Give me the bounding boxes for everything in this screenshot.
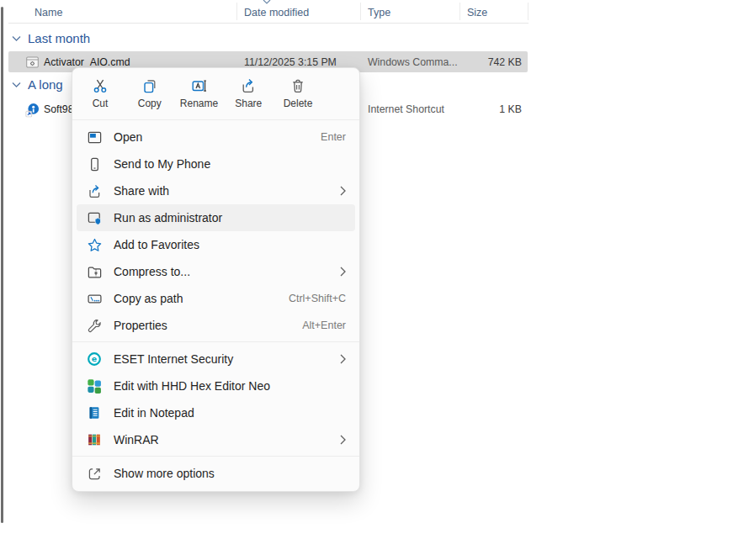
column-separator (236, 3, 237, 20)
column-separator (528, 3, 529, 20)
menu-item-run-as-administrator[interactable]: Run as administrator (77, 204, 355, 231)
column-header-bar: Name Date modified Type Size (8, 0, 529, 24)
menu-item-eset-internet-security[interactable]: e ESET Internet Security (77, 346, 355, 372)
rename-button[interactable]: Rename (177, 75, 222, 112)
show-more-icon (86, 465, 103, 482)
menu-item-show-more-options[interactable]: Show more options (77, 460, 355, 487)
column-separator (360, 3, 361, 20)
nav-pane-divider[interactable] (1, 7, 3, 523)
submenu-chevron-icon (340, 186, 346, 196)
menu-separator (72, 341, 359, 342)
context-menu-toolbar: Cut Copy Re (72, 68, 359, 117)
file-name: Activator_AIO.cmd (44, 56, 130, 68)
cut-label: Cut (93, 98, 109, 109)
submenu-chevron-icon (340, 435, 346, 445)
submenu-chevron-icon (340, 267, 346, 277)
phone-icon (86, 156, 103, 172)
delete-label: Delete (284, 98, 313, 109)
compress-icon (86, 263, 103, 280)
file-type: Windows Comma... (368, 56, 458, 68)
file-type: Internet Shortcut (368, 103, 444, 115)
open-icon (86, 129, 103, 145)
share-with-icon (86, 182, 103, 199)
winrar-icon (86, 431, 103, 448)
chevron-down-icon (12, 82, 21, 88)
rename-icon (191, 77, 208, 94)
shortcut-label: Alt+Enter (302, 320, 346, 331)
explorer-window: Name Date modified Type Size Last month … (0, 0, 733, 560)
column-separator (459, 3, 460, 20)
copy-button[interactable]: Copy (127, 75, 173, 112)
menu-item-send-to-my-phone[interactable]: Send to My Phone (77, 151, 355, 177)
group-header-a-long[interactable]: A long (12, 77, 63, 92)
menu-item-winrar[interactable]: WinRAR (77, 426, 355, 453)
copy-label: Copy (138, 98, 162, 109)
menu-item-compress-to[interactable]: Compress to... (77, 258, 355, 285)
shortcut-label: Enter (321, 131, 346, 143)
copy-path-icon (86, 290, 103, 307)
menu-item-properties[interactable]: Properties Alt+Enter (77, 312, 355, 339)
context-menu: Cut Copy Re (72, 67, 360, 492)
menu-item-edit-with-hhd-hex-editor-neo[interactable]: Edit with HHD Hex Editor Neo (77, 372, 355, 399)
cmd-file-icon (25, 55, 40, 69)
sort-descending-icon[interactable] (263, 0, 271, 4)
menu-item-edit-in-notepad[interactable]: Edit in Notepad (77, 399, 355, 426)
column-header-date-modified[interactable]: Date modified (244, 7, 309, 18)
svg-text:e: e (92, 354, 97, 363)
hex-editor-icon (86, 378, 103, 394)
internet-shortcut-icon (25, 102, 40, 116)
menu-item-open[interactable]: Open Enter (77, 124, 355, 151)
file-size: 742 KB (488, 56, 522, 68)
share-button[interactable]: Share (226, 75, 271, 112)
group-label: A long (28, 77, 63, 92)
file-size: 1 KB (499, 103, 522, 115)
cut-icon (92, 77, 109, 94)
eset-icon: e (86, 351, 103, 367)
column-header-type[interactable]: Type (368, 7, 390, 18)
share-icon (240, 77, 257, 94)
menu-item-copy-as-path[interactable]: Copy as path Ctrl+Shift+C (77, 285, 355, 312)
group-header-last-month[interactable]: Last month (12, 31, 90, 45)
cut-button[interactable]: Cut (77, 75, 123, 112)
star-icon (86, 236, 103, 253)
menu-separator (72, 456, 359, 457)
file-name: Soft98 (44, 103, 74, 115)
group-label: Last month (28, 31, 90, 45)
file-date-modified: 11/12/2025 3:15 PM (244, 56, 337, 68)
chevron-down-icon (12, 35, 21, 42)
shortcut-label: Ctrl+Shift+C (289, 293, 346, 304)
submenu-chevron-icon (340, 354, 346, 364)
share-label: Share (235, 98, 262, 109)
column-header-name[interactable]: Name (35, 7, 62, 18)
delete-button[interactable]: Delete (275, 75, 321, 112)
copy-icon (141, 77, 158, 94)
column-header-size[interactable]: Size (467, 7, 487, 18)
menu-separator (72, 119, 359, 120)
rename-label: Rename (180, 98, 218, 109)
notepad-icon (86, 404, 103, 421)
admin-shield-icon (86, 209, 103, 226)
properties-icon (86, 317, 103, 334)
menu-item-add-to-favorites[interactable]: Add to Favorites (77, 231, 355, 258)
delete-icon (289, 77, 306, 94)
menu-item-share-with[interactable]: Share with (77, 177, 355, 204)
